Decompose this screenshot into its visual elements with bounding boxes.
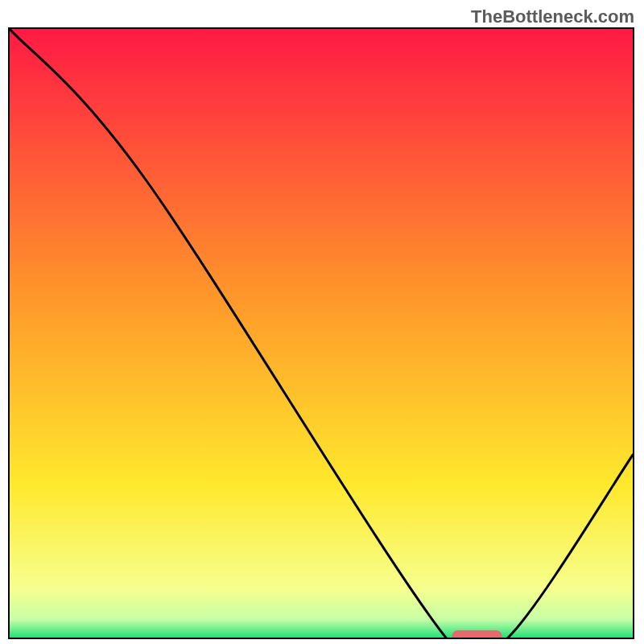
chart-svg	[10, 29, 633, 638]
optimal-marker	[452, 630, 502, 638]
chart-background	[10, 29, 633, 638]
svg-rect-0	[452, 630, 502, 638]
watermark-text: TheBottleneck.com	[471, 6, 634, 27]
chart-frame	[8, 27, 634, 639]
chart-canvas	[10, 29, 633, 638]
